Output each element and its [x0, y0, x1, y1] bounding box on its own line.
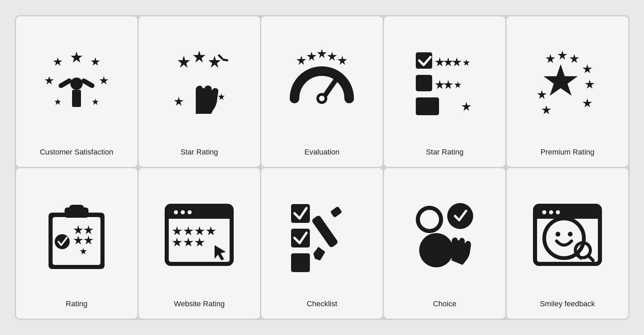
svg-point-60 — [174, 210, 178, 214]
star-rating-1-icon — [146, 25, 253, 141]
svg-rect-76 — [330, 206, 343, 218]
svg-marker-38 — [546, 54, 555, 63]
card-checklist: Checklist — [261, 168, 383, 319]
svg-rect-50 — [69, 205, 84, 212]
svg-rect-73 — [291, 253, 310, 272]
svg-marker-70 — [215, 245, 226, 260]
svg-marker-28 — [435, 57, 444, 66]
svg-marker-18 — [297, 56, 306, 65]
svg-point-78 — [420, 210, 439, 229]
svg-marker-40 — [570, 54, 579, 63]
svg-marker-8 — [99, 76, 108, 84]
svg-marker-44 — [537, 90, 547, 99]
svg-marker-39 — [558, 51, 567, 59]
svg-point-1 — [70, 78, 83, 90]
svg-rect-14 — [218, 54, 223, 60]
choice-label: Choice — [433, 299, 456, 309]
svg-point-87 — [544, 218, 584, 258]
svg-marker-9 — [55, 98, 61, 105]
svg-point-79 — [447, 203, 473, 229]
customer-satisfaction-icon — [23, 25, 131, 141]
svg-marker-34 — [443, 80, 453, 89]
svg-marker-69 — [195, 238, 205, 246]
svg-point-85 — [549, 210, 553, 214]
svg-marker-11 — [178, 56, 190, 68]
svg-marker-31 — [463, 59, 470, 66]
svg-rect-3 — [81, 78, 95, 89]
svg-marker-6 — [91, 57, 100, 66]
card-smiley-feedback: Smiley feedback — [507, 168, 628, 319]
customer-satisfaction-label: Customer Satisfaction — [40, 147, 113, 157]
svg-marker-7 — [45, 76, 54, 84]
svg-point-62 — [188, 210, 192, 214]
svg-marker-29 — [443, 57, 453, 66]
svg-marker-12 — [193, 51, 205, 63]
svg-point-51 — [55, 234, 70, 249]
svg-marker-35 — [454, 81, 461, 88]
premium-rating-label: Premium Rating — [540, 147, 594, 157]
svg-point-80 — [419, 233, 453, 267]
svg-rect-32 — [416, 75, 432, 91]
card-rating: Rating — [16, 168, 137, 319]
checklist-icon — [268, 176, 376, 293]
svg-marker-37 — [462, 102, 471, 111]
svg-point-86 — [556, 210, 560, 214]
svg-marker-43 — [544, 64, 578, 96]
svg-marker-45 — [542, 105, 551, 114]
star-rating-1-label: Star Rating — [180, 147, 218, 157]
card-evaluation: Evaluation — [261, 16, 383, 167]
svg-marker-46 — [583, 98, 592, 107]
svg-marker-13 — [208, 56, 221, 68]
icon-grid: Customer Satisfaction Star Rating — [15, 15, 630, 320]
svg-marker-22 — [338, 56, 347, 65]
svg-marker-75 — [313, 247, 325, 260]
checklist-label: Checklist — [307, 299, 337, 309]
svg-marker-41 — [583, 64, 592, 73]
website-rating-icon — [146, 176, 253, 293]
star-rating-2-label: Star Rating — [426, 147, 464, 157]
svg-rect-0 — [72, 90, 81, 107]
choice-icon — [391, 176, 498, 293]
svg-marker-30 — [452, 57, 462, 66]
svg-marker-5 — [53, 57, 62, 66]
svg-marker-16 — [174, 97, 183, 106]
svg-point-61 — [181, 210, 185, 214]
svg-rect-36 — [416, 97, 439, 115]
svg-rect-15 — [222, 58, 229, 62]
svg-point-84 — [542, 210, 546, 214]
card-customer-satisfaction: Customer Satisfaction — [16, 16, 137, 167]
svg-marker-20 — [317, 49, 327, 58]
svg-rect-2 — [58, 78, 72, 89]
card-star-rating-1: Star Rating — [139, 16, 260, 167]
svg-marker-33 — [435, 80, 444, 89]
svg-marker-65 — [195, 226, 205, 235]
card-website-rating: Website Rating — [139, 168, 260, 319]
svg-marker-63 — [172, 226, 182, 235]
svg-marker-64 — [183, 226, 193, 235]
evaluation-icon — [268, 25, 376, 141]
rating-label: Rating — [66, 299, 87, 309]
svg-marker-68 — [183, 238, 193, 246]
svg-marker-10 — [92, 98, 98, 105]
svg-rect-74 — [311, 215, 339, 248]
card-premium-rating: Premium Rating — [507, 16, 628, 167]
smiley-feedback-label: Smiley feedback — [540, 299, 595, 309]
website-rating-label: Website Rating — [174, 299, 225, 309]
svg-marker-19 — [307, 52, 316, 61]
svg-point-89 — [568, 232, 573, 237]
svg-point-88 — [556, 232, 560, 237]
svg-marker-42 — [585, 80, 594, 89]
star-rating-2-icon — [391, 25, 498, 141]
card-star-rating-2: Star Rating — [384, 16, 505, 167]
card-choice: Choice — [384, 168, 505, 319]
svg-line-92 — [588, 255, 593, 260]
svg-point-25 — [319, 96, 325, 101]
svg-rect-59 — [167, 214, 232, 219]
smiley-feedback-icon — [513, 176, 621, 293]
svg-marker-66 — [206, 226, 216, 235]
evaluation-label: Evaluation — [304, 147, 340, 157]
svg-marker-4 — [71, 52, 82, 63]
svg-marker-21 — [327, 52, 337, 61]
svg-marker-67 — [172, 238, 182, 246]
premium-rating-icon — [513, 25, 621, 141]
